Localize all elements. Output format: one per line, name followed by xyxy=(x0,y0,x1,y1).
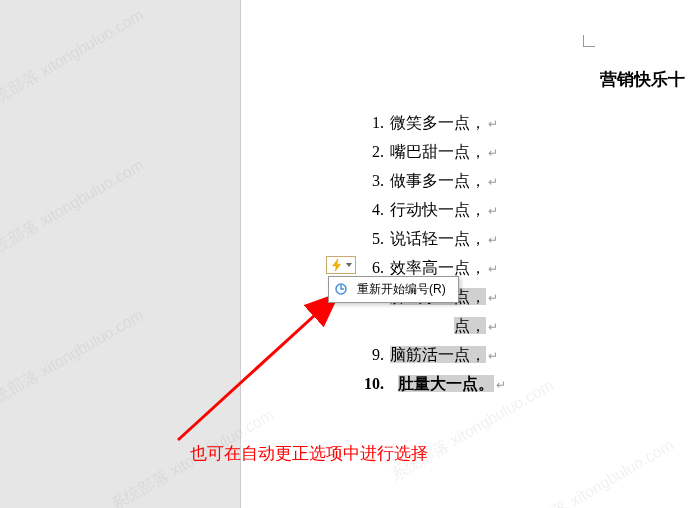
paragraph-mark: ↵ xyxy=(488,204,498,218)
sidebar-gray-area xyxy=(0,0,240,508)
list-item[interactable]: 5.说话轻一点，↵ xyxy=(356,225,690,254)
list-text: 做事多一点，↵ xyxy=(390,172,498,189)
list-text: 微笑多一点，↵ xyxy=(390,114,498,131)
lightning-icon xyxy=(330,258,344,272)
workspace: 营销快乐十 1.微笑多一点，↵ 2.嘴巴甜一点，↵ 3.做事多一点，↵ 4.行动… xyxy=(0,0,690,508)
paragraph-mark: ↵ xyxy=(488,349,498,363)
list-text: 行动快一点，↵ xyxy=(390,201,498,218)
page-content: 营销快乐十 1.微笑多一点，↵ 2.嘴巴甜一点，↵ 3.做事多一点，↵ 4.行动… xyxy=(241,0,690,399)
list-text: 说话轻一点，↵ xyxy=(390,230,498,247)
paragraph-mark: ↵ xyxy=(488,291,498,305)
document-title: 营销快乐十 xyxy=(241,68,690,109)
paragraph-mark: ↵ xyxy=(488,233,498,247)
document-page[interactable]: 营销快乐十 1.微笑多一点，↵ 2.嘴巴甜一点，↵ 3.做事多一点，↵ 4.行动… xyxy=(240,0,690,508)
list-text: 嘴巴甜一点，↵ xyxy=(390,143,498,160)
paragraph-mark: ↵ xyxy=(496,378,506,392)
list-number: 5. xyxy=(356,225,384,253)
restart-icon xyxy=(333,281,349,297)
list-text: 效率高一点，↵ xyxy=(390,259,498,276)
list-number: 3. xyxy=(356,167,384,195)
paragraph-mark: ↵ xyxy=(488,146,498,160)
paragraph-mark: ↵ xyxy=(488,262,498,276)
list-number: 4. xyxy=(356,196,384,224)
list-number: 1. xyxy=(356,109,384,137)
list-item[interactable]: 1.微笑多一点，↵ xyxy=(356,109,690,138)
list-number: 10. xyxy=(356,370,384,398)
list-item[interactable]: 8.点，↵ xyxy=(356,312,690,341)
paragraph-mark: ↵ xyxy=(488,320,498,334)
list-number: 9. xyxy=(356,341,384,369)
list-text: 肚量大一点。↵ xyxy=(390,375,506,392)
dropdown-arrow-icon xyxy=(346,263,352,267)
list-text: 点，↵ xyxy=(454,317,498,334)
list-item[interactable]: 3.做事多一点，↵ xyxy=(356,167,690,196)
list-item[interactable]: 9.脑筋活一点，↵ xyxy=(356,341,690,370)
autocorrect-menu: 重新开始编号(R) xyxy=(328,276,459,303)
list-number: 2. xyxy=(356,138,384,166)
numbered-list: 1.微笑多一点，↵ 2.嘴巴甜一点，↵ 3.做事多一点，↵ 4.行动快一点，↵ … xyxy=(241,109,690,399)
list-item[interactable]: 10. 肚量大一点。↵ xyxy=(356,370,690,399)
autocorrect-smart-tag[interactable] xyxy=(326,256,356,274)
list-item[interactable]: 2.嘴巴甜一点，↵ xyxy=(356,138,690,167)
list-item[interactable]: 4.行动快一点，↵ xyxy=(356,196,690,225)
paragraph-mark: ↵ xyxy=(488,117,498,131)
annotation-text: 也可在自动更正选项中进行选择 xyxy=(190,442,428,465)
menu-item-label: 重新开始编号(R) xyxy=(357,282,446,296)
menu-item-restart-numbering[interactable]: 重新开始编号(R) xyxy=(329,277,458,302)
list-text: 脑筋活一点，↵ xyxy=(390,346,498,363)
paragraph-mark: ↵ xyxy=(488,175,498,189)
